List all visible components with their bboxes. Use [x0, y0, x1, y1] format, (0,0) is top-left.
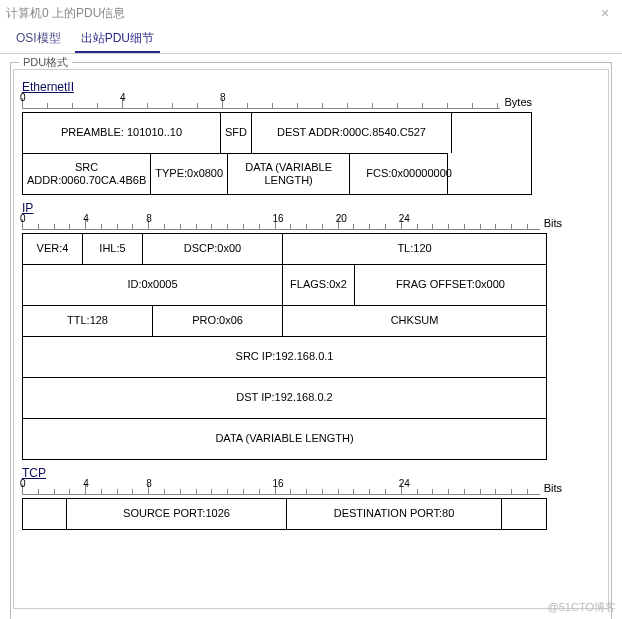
- ip-src: SRC IP:192.168.0.1: [23, 337, 546, 377]
- eth-fcs: FCS:0x00000000: [350, 154, 468, 194]
- eth-blank: [452, 113, 531, 153]
- ip-title: IP: [22, 201, 604, 215]
- close-icon[interactable]: ×: [594, 4, 616, 22]
- tab-outbound-pdu[interactable]: 出站PDU细节: [75, 26, 160, 53]
- tcp-block: SOURCE PORT:1026 DESTINATION PORT:80: [22, 498, 547, 530]
- tcp-title: TCP: [22, 466, 604, 480]
- ip-ihl: IHL:5: [83, 234, 143, 264]
- tcp-blank-right: [502, 499, 546, 529]
- ethernet-title: EthernetII: [22, 80, 604, 94]
- pdu-scroll-area[interactable]: EthernetII 048 Bytes PREAMBLE: 101010..1…: [13, 69, 609, 609]
- tab-osi-model[interactable]: OSI模型: [10, 26, 67, 53]
- tcp-blank-left: [23, 499, 67, 529]
- ip-id: ID:0x0005: [23, 265, 283, 305]
- eth-dest-addr: DEST ADDR:000C.8540.C527: [252, 113, 452, 153]
- ip-data: DATA (VARIABLE LENGTH): [23, 419, 546, 459]
- ip-dst: DST IP:192.168.0.2: [23, 378, 546, 418]
- eth-sfd: SFD: [221, 113, 252, 153]
- eth-src-addr: SRC ADDR:0060.70CA.4B6B: [23, 154, 151, 194]
- ethernet-ruler-unit: Bytes: [504, 96, 532, 108]
- eth-data: DATA (VARIABLE LENGTH): [228, 154, 350, 194]
- title-bar: 计算机0 上的PDU信息 ×: [0, 0, 622, 26]
- ethernet-ruler: 048 Bytes: [22, 94, 532, 110]
- ip-ruler-unit: Bits: [544, 217, 562, 229]
- tcp-dst-port: DESTINATION PORT:80: [287, 499, 502, 529]
- ip-ver: VER:4: [23, 234, 83, 264]
- tcp-ruler: 0481624 Bits: [22, 480, 562, 496]
- ip-ruler: 048162024 Bits: [22, 215, 562, 231]
- window-title: 计算机0 上的PDU信息: [6, 5, 125, 22]
- tab-bar: OSI模型 出站PDU细节: [0, 26, 622, 54]
- ip-pro: PRO:0x06: [153, 306, 283, 336]
- ethernet-block: PREAMBLE: 101010..10 SFD DEST ADDR:000C.…: [22, 112, 532, 195]
- ip-dscp: DSCP:0x00: [143, 234, 283, 264]
- ip-frag: FRAG OFFSET:0x000: [355, 265, 546, 305]
- watermark: @51CTO博客: [548, 600, 616, 615]
- eth-type: TYPE:0x0800: [151, 154, 228, 194]
- tcp-ruler-unit: Bits: [544, 482, 562, 494]
- pdu-format-frame: PDU格式 EthernetII 048 Bytes PREAMBLE: 101…: [10, 62, 612, 619]
- ip-chksum: CHKSUM: [283, 306, 546, 336]
- eth-preamble: PREAMBLE: 101010..10: [23, 113, 221, 153]
- ip-tl: TL:120: [283, 234, 546, 264]
- ip-flags: FLAGS:0x2: [283, 265, 355, 305]
- ip-ttl: TTL:128: [23, 306, 153, 336]
- ip-block: VER:4 IHL:5 DSCP:0x00 TL:120 ID:0x0005 F…: [22, 233, 547, 460]
- tcp-src-port: SOURCE PORT:1026: [67, 499, 287, 529]
- pdu-info-window: 计算机0 上的PDU信息 × OSI模型 出站PDU细节 PDU格式 Ether…: [0, 0, 622, 619]
- pdu-format-label: PDU格式: [19, 55, 72, 70]
